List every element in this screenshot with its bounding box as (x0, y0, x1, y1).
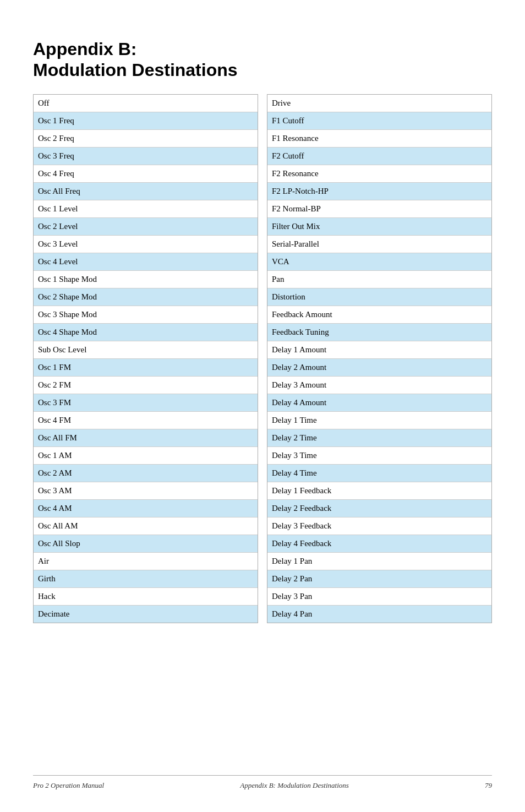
list-item: Girth (34, 570, 258, 587)
list-item: Delay 2 Amount (267, 358, 491, 376)
list-item: Osc 2 FM (34, 376, 258, 394)
list-item: Osc All Freq (34, 182, 258, 200)
list-item: Hack (34, 587, 258, 605)
list-item: Osc 3 Level (34, 235, 258, 253)
left-column: OffOsc 1 FreqOsc 2 FreqOsc 3 FreqOsc 4 F… (33, 94, 258, 623)
list-item: Delay 1 Time (267, 411, 491, 429)
list-item: Delay 4 Feedback (267, 535, 491, 552)
list-item: Delay 2 Time (267, 429, 491, 446)
list-item: Delay 1 Pan (267, 552, 491, 570)
list-item: Osc 4 Freq (34, 165, 258, 182)
page-title: Appendix B: Modulation Destinations (33, 39, 492, 81)
list-item: Filter Out Mix (267, 217, 491, 235)
list-item: Delay 4 Pan (267, 605, 491, 623)
list-item: Osc 1 FM (34, 358, 258, 376)
list-item: Osc 4 Level (34, 253, 258, 270)
page-footer: Pro 2 Operation Manual Appendix B: Modul… (33, 775, 492, 790)
list-item: Osc 1 Shape Mod (34, 270, 258, 288)
list-item: Delay 2 Pan (267, 570, 491, 587)
list-item: Osc All AM (34, 517, 258, 535)
list-item: Osc 1 AM (34, 446, 258, 464)
list-item: Pan (267, 270, 491, 288)
list-item: F1 Cutoff (267, 112, 491, 129)
footer-right: 79 (485, 781, 492, 790)
list-item: F2 Normal-BP (267, 200, 491, 217)
list-item: F2 LP-Notch-HP (267, 182, 491, 200)
list-item: Air (34, 552, 258, 570)
list-item: Osc 3 Shape Mod (34, 306, 258, 323)
list-item: Delay 1 Amount (267, 341, 491, 358)
list-item: Osc 3 FM (34, 394, 258, 411)
list-item: Osc 2 Freq (34, 129, 258, 147)
list-item: VCA (267, 253, 491, 270)
list-item: Osc 4 Shape Mod (34, 323, 258, 341)
list-item: Delay 2 Feedback (267, 499, 491, 517)
tables-container: OffOsc 1 FreqOsc 2 FreqOsc 3 FreqOsc 4 F… (33, 94, 492, 623)
list-item: Delay 3 Amount (267, 376, 491, 394)
list-item: F2 Resonance (267, 165, 491, 182)
footer-center: Appendix B: Modulation Destinations (240, 781, 349, 790)
list-item: Serial-Parallel (267, 235, 491, 253)
list-item: Decimate (34, 605, 258, 623)
list-item: Osc 2 AM (34, 464, 258, 482)
list-item: Delay 3 Pan (267, 587, 491, 605)
list-item: Delay 4 Amount (267, 394, 491, 411)
list-item: Off (34, 95, 258, 112)
list-item: Osc 1 Level (34, 200, 258, 217)
list-item: Osc 4 AM (34, 499, 258, 517)
right-column: DriveF1 CutoffF1 ResonanceF2 CutoffF2 Re… (267, 94, 492, 623)
list-item: Delay 3 Time (267, 446, 491, 464)
list-item: F1 Resonance (267, 129, 491, 147)
list-item: Osc 1 Freq (34, 112, 258, 129)
list-item: Delay 1 Feedback (267, 482, 491, 499)
list-item: Osc All Slop (34, 535, 258, 552)
list-item: Delay 4 Time (267, 464, 491, 482)
footer-left: Pro 2 Operation Manual (33, 781, 104, 790)
list-item: Delay 3 Feedback (267, 517, 491, 535)
list-item: Feedback Tuning (267, 323, 491, 341)
list-item: Osc 2 Shape Mod (34, 288, 258, 306)
list-item: Feedback Amount (267, 306, 491, 323)
list-item: Drive (267, 95, 491, 112)
list-item: Osc All FM (34, 429, 258, 446)
list-item: Osc 4 FM (34, 411, 258, 429)
list-item: Osc 3 AM (34, 482, 258, 499)
list-item: Sub Osc Level (34, 341, 258, 358)
list-item: F2 Cutoff (267, 147, 491, 165)
list-item: Osc 2 Level (34, 217, 258, 235)
list-item: Osc 3 Freq (34, 147, 258, 165)
list-item: Distortion (267, 288, 491, 306)
